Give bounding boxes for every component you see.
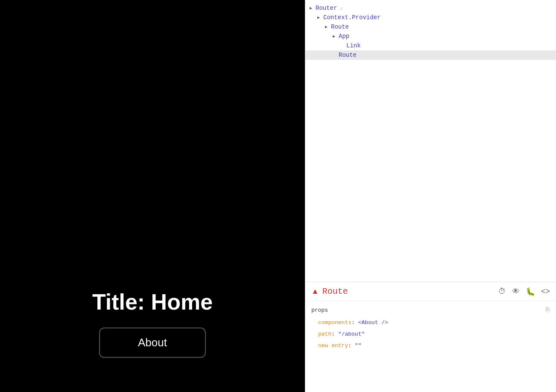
prop-key-path: path — [318, 331, 331, 337]
arrow-icon: ▶ — [317, 15, 323, 20]
app-title: Title: Home — [92, 289, 213, 315]
prop-row-components: components: <About /> — [311, 317, 550, 329]
eye-icon[interactable]: 👁 — [512, 287, 520, 296]
props-label: props — [311, 307, 328, 313]
component-label: Route — [331, 23, 349, 30]
arrow-icon: ▶ — [333, 34, 339, 39]
props-section: props ⎘ — [311, 306, 550, 314]
component-label: Link — [346, 42, 361, 49]
component-label: Route — [339, 52, 357, 59]
tree-item-app[interactable]: ▶App — [305, 32, 556, 41]
props-body: props ⎘ components: <About /> path: "/ab… — [305, 301, 556, 392]
component-tree: ▶Router⚠ ▶Context.Provider ▶Route ▶App L… — [305, 0, 556, 282]
toolbar-icons: ⏱ 👁 🐛 <> — [498, 287, 550, 296]
about-button[interactable]: About — [99, 328, 206, 358]
props-header: ▲ Route ⏱ 👁 🐛 <> — [305, 282, 556, 301]
app-preview-panel: Title: Home About — [0, 0, 305, 392]
component-label: Router — [316, 5, 337, 12]
tree-item-route-1[interactable]: ▶Route — [305, 22, 556, 32]
arrow-icon: ▶ — [310, 6, 316, 11]
timer-icon[interactable]: ⏱ — [498, 287, 506, 296]
tree-item-route-2[interactable]: Route — [305, 50, 556, 60]
prop-colon-3: : — [348, 342, 355, 349]
tree-item-router[interactable]: ▶Router⚠ — [305, 3, 556, 13]
prop-key-new-entry: new entry — [318, 342, 348, 349]
warning-icon: ⚠ — [339, 5, 342, 12]
error-triangle-icon: ▲ — [311, 287, 319, 296]
prop-value-path: "/about" — [338, 331, 365, 337]
prop-row-new-entry: new entry: "" — [311, 340, 550, 352]
prop-key-components: components — [318, 319, 351, 326]
bug-icon[interactable]: 🐛 — [526, 287, 535, 296]
props-header-left: ▲ Route — [311, 287, 348, 296]
arrow-icon: ▶ — [325, 24, 331, 29]
prop-colon-2: : — [331, 331, 338, 337]
code-icon[interactable]: <> — [541, 287, 550, 296]
prop-row-path: path: "/about" — [311, 329, 550, 340]
prop-colon-1: : — [351, 319, 358, 326]
component-label: Context.Provider — [323, 14, 380, 21]
prop-value-components: <About /> — [358, 319, 388, 326]
tree-item-link[interactable]: Link — [305, 41, 556, 50]
props-inspector: ▲ Route ⏱ 👁 🐛 <> props ⎘ components: <Ab… — [305, 282, 556, 392]
selected-component-name: Route — [322, 287, 348, 296]
component-label: App — [339, 33, 349, 40]
prop-value-new-entry: "" — [355, 342, 362, 349]
tree-item-context-provider[interactable]: ▶Context.Provider — [305, 13, 556, 22]
copy-icon[interactable]: ⎘ — [546, 306, 550, 314]
devtools-panel: ▶Router⚠ ▶Context.Provider ▶Route ▶App L… — [305, 0, 556, 392]
